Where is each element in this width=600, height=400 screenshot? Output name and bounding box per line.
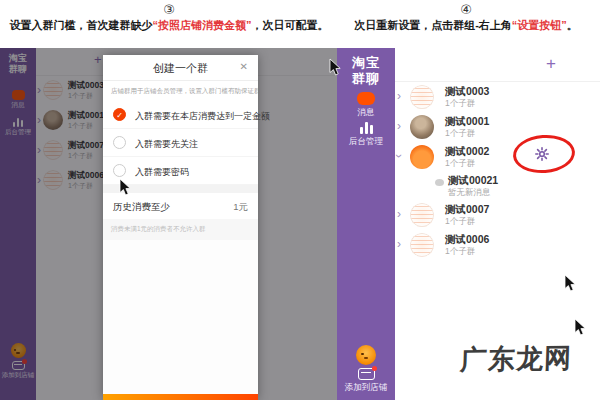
group-row[interactable]: › 测试0007 1个子群 <box>395 200 600 230</box>
group-subtitle: 1个子群 <box>445 246 475 258</box>
sidebar-item-admin[interactable]: 后台管理 <box>337 122 395 148</box>
radio-unchecked-icon[interactable] <box>113 164 126 177</box>
list-header: + <box>395 48 600 82</box>
mouse-cursor <box>564 274 576 292</box>
sidebar-right: 淘宝 群聊 消息 后台管理 添加到店铺 <box>337 48 395 400</box>
mouse-cursor <box>119 178 131 196</box>
screenshot-stage: ③ 设置入群门槛，首次建群缺少“按照店铺消费金额”，次日可配置。 ④ 次日重新设… <box>0 0 600 400</box>
chevron-right-icon[interactable]: › <box>397 208 401 220</box>
step-4-text-highlight: “设置按钮” <box>512 19 567 31</box>
chevron-right-icon[interactable]: › <box>397 120 401 132</box>
app-logo: 淘宝 群聊 <box>337 48 395 87</box>
group-subtitle: 1个子群 <box>445 98 475 110</box>
group-name: 测试0007 <box>445 203 489 217</box>
group-avatar <box>410 145 434 169</box>
option-label: 入群需要密码 <box>135 166 189 179</box>
group-subtitle: 1个子群 <box>445 158 475 170</box>
option-consume-amount[interactable]: ✓ 入群需要在本店消费达到一定金额 <box>103 101 258 129</box>
mascot-face-icon <box>356 345 376 365</box>
bar-chart-icon <box>337 122 395 134</box>
modal-body-space <box>103 240 258 394</box>
step-4-text-post: 。 <box>567 19 578 31</box>
amount-label: 历史消费至少 <box>113 201 170 214</box>
sidebar-item-label: 消息 <box>337 107 395 119</box>
instruction-step-3: ③ 设置入群门槛，首次建群缺少“按照店铺消费金额”，次日可配置。 <box>8 3 330 32</box>
add-group-button[interactable]: + <box>546 54 556 74</box>
group-name: 测试0002 <box>445 145 489 159</box>
close-icon[interactable]: ✕ <box>240 61 248 72</box>
group-avatar <box>410 233 434 257</box>
subgroup-row[interactable]: 测试00021 暂无新消息 <box>395 172 600 200</box>
modal-title: 创建一个群 <box>103 61 258 76</box>
group-subtitle: 1个子群 <box>445 216 475 228</box>
group-row[interactable]: › 测试0003 1个子群 <box>395 82 600 112</box>
step-3-text-post: ，次日可配置。 <box>252 19 329 31</box>
group-avatar <box>410 85 434 109</box>
step-3-text: 设置入群门槛，首次建群缺少“按照店铺消费金额”，次日可配置。 <box>8 18 330 32</box>
group-name: 测试0003 <box>445 85 489 99</box>
mouse-cursor <box>574 318 586 336</box>
mouse-cursor <box>329 58 341 76</box>
chevron-right-icon[interactable]: › <box>397 90 401 102</box>
sidebar-item-add-to-shop[interactable]: 添加到店铺 <box>337 345 395 394</box>
chevron-right-icon[interactable]: › <box>397 238 401 250</box>
subgroup-name: 测试00021 <box>448 174 498 188</box>
radio-unchecked-icon[interactable] <box>113 136 126 149</box>
option-follow-first[interactable]: 入群需要先关注 <box>103 129 258 157</box>
group-subtitle: 1个子群 <box>445 128 475 140</box>
group-row[interactable]: › 测试0001 1个子群 <box>395 112 600 142</box>
step-3-text-pre: 设置入群门槛，首次建群缺少 <box>10 19 153 31</box>
instruction-step-4: ④ 次日重新设置，点击群组-右上角“设置按钮”。 <box>340 3 592 32</box>
app-logo-line1: 淘宝 <box>337 55 395 71</box>
group-name: 测试0006 <box>445 233 489 247</box>
message-bubble-icon <box>357 92 375 105</box>
subgroup-subtitle: 暂无新消息 <box>448 187 491 199</box>
instruction-band: ③ 设置入群门槛，首次建群缺少“按照店铺消费金额”，次日可配置。 ④ 次日重新设… <box>0 0 600 48</box>
app-logo-line2: 群聊 <box>337 71 395 87</box>
subgroup-avatar <box>435 179 444 186</box>
option-label: 入群需要先关注 <box>135 138 198 151</box>
create-group-modal: 创建一个群 ✕ 店铺群用于店铺会员管理，设置入群门槛有助保证群内用户更优质。 ✓… <box>103 55 258 400</box>
step-3-text-highlight: “按照店铺消费金额” <box>153 19 252 31</box>
sidebar-item-label: 后台管理 <box>337 136 395 148</box>
modal-help-text: 店铺群用于店铺会员管理，设置入群门槛有助保证群内用户更优质。 <box>103 81 258 101</box>
step-3-number: ③ <box>8 3 330 17</box>
step-4-text: 次日重新设置，点击群组-右上角“设置按钮”。 <box>340 18 592 32</box>
group-row[interactable]: › 测试0006 1个子群 <box>395 230 600 260</box>
watermark: 广东龙网 <box>459 340 572 378</box>
group-name: 测试0001 <box>445 115 489 129</box>
chevron-down-icon[interactable]: › <box>393 154 405 158</box>
amount-value[interactable]: 1元 <box>233 201 248 214</box>
option-label: 入群需要在本店消费达到一定金额 <box>135 110 270 123</box>
step-4-text-pre: 次日重新设置，点击群组-右上角 <box>354 19 512 31</box>
shop-box-icon <box>358 368 375 380</box>
amount-note: 消费未满1元的消费者不允许入群 <box>103 219 258 240</box>
sidebar-item-messages[interactable]: 消息 <box>337 92 395 119</box>
sidebar-item-label: 添加到店铺 <box>337 382 395 394</box>
radio-checked-icon[interactable]: ✓ <box>113 108 126 121</box>
group-avatar <box>410 115 434 139</box>
panel-step-3: 淘宝 群聊 消息 后台管理 添加到店铺 + › <box>0 48 337 400</box>
modal-header: 创建一个群 ✕ <box>103 55 258 81</box>
group-avatar <box>410 203 434 227</box>
history-amount-row[interactable]: 历史消费至少 1元 <box>103 193 258 219</box>
create-button-edge[interactable] <box>103 394 258 400</box>
step-4-number: ④ <box>340 3 592 17</box>
